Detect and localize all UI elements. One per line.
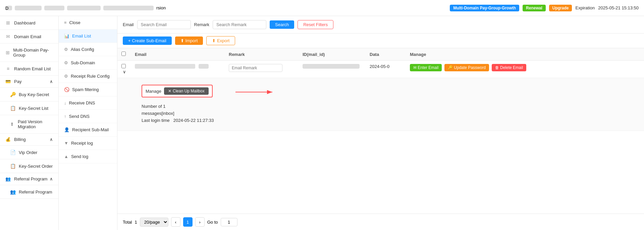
- migration-icon: ⬆: [10, 122, 14, 127]
- export-button[interactable]: ⬆ Export: [206, 36, 235, 45]
- sidebar-item-dashboard[interactable]: ⊞ Dashboard: [0, 16, 58, 30]
- sidebar-item-paid-migration[interactable]: ⬆ Paid Version Migration: [0, 115, 58, 134]
- badge-upgrade[interactable]: Upgrade: [549, 5, 572, 11]
- sidebar-item-buy-key[interactable]: 🔑 Buy Key-Secret: [0, 88, 58, 101]
- main-layout: ⊞ Dashboard ✉ Domain Email ⊞ Multi-Domai…: [0, 16, 644, 230]
- sec-sidebar-close[interactable]: ≡ Close: [59, 16, 117, 29]
- last-login-value: 2024-05-22 11:27:33: [173, 118, 214, 123]
- sidebar-item-key-secret-list[interactable]: 📋 Key-Secret List: [0, 101, 58, 115]
- chart-icon: 📊: [64, 33, 69, 39]
- email-table: Email Remark ID(mail_id) Data Manage: [117, 48, 644, 131]
- col-email: Email: [135, 52, 147, 57]
- billing-icon: 💰: [5, 137, 11, 142]
- sec-sidebar-recipient-sub-mail[interactable]: 👤 Recipient Sub-Mail: [59, 123, 117, 137]
- delete-icon: 🗑: [495, 65, 499, 70]
- table-wrapper: Email Remark ID(mail_id) Data Manage: [117, 48, 644, 214]
- remark-search-input[interactable]: [213, 20, 266, 29]
- goto-input[interactable]: [221, 218, 237, 226]
- sidebar-group-billing[interactable]: 💰 Billing ∧: [0, 134, 58, 146]
- col-data: Data: [370, 52, 379, 57]
- number-of-value: 1: [163, 104, 165, 109]
- sec-sidebar-label-recipient: Recipient Sub-Mail: [72, 127, 109, 132]
- cleanup-mailbox-button[interactable]: ✕ Clean Up Mailbox: [164, 87, 209, 95]
- sec-sidebar-label-receipt-rule: Receipt Rule Config: [71, 74, 110, 79]
- sidebar-item-vip-order[interactable]: 📄 Vip Order: [0, 146, 58, 159]
- sec-sidebar-receive-dns[interactable]: ↓ Receive DNS: [59, 96, 117, 110]
- sec-sidebar-label-close: Close: [69, 20, 80, 25]
- sec-sidebar-receipt-rule[interactable]: ⚙ Receipt Rule Config: [59, 70, 117, 83]
- update-password-button[interactable]: 🔑 Update Password: [444, 64, 489, 71]
- sidebar-item-multi-domain[interactable]: ⊞ Multi-Domain Pay-Group: [0, 44, 58, 62]
- sidebar-group-pay[interactable]: 💳 Pay ∧: [0, 76, 58, 88]
- row-id-blurred: [303, 64, 360, 69]
- sidebar-item-random-email[interactable]: ≡ Random Email List: [0, 62, 58, 76]
- sidebar-label-pay: Pay: [14, 79, 21, 84]
- top-header: D rsion Multi-Domain Pay-Group-Growth Re…: [0, 0, 644, 16]
- sidebar-group-referral[interactable]: 👥 Referral Program ∧: [0, 173, 58, 185]
- sec-sidebar-sub-domain[interactable]: ⚙ Sub-Domain: [59, 56, 117, 70]
- email-filter-label: Email: [123, 22, 134, 27]
- last-login-line: Last login time 2024-05-22 11:27:33: [142, 117, 635, 124]
- sec-sidebar-label-email-list: Email List: [72, 33, 91, 39]
- sidebar-item-referral-program[interactable]: 👥 Referral Program: [0, 185, 58, 199]
- red-arrow-indicator: [235, 89, 276, 96]
- table-row: ∨ 2024-05-0: [117, 61, 644, 78]
- sec-sidebar-spam[interactable]: 🚫 Spam filtering: [59, 83, 117, 96]
- last-login-label: Last login time: [142, 118, 170, 123]
- row-checkbox[interactable]: [121, 64, 126, 68]
- update-icon: 🔑: [448, 65, 453, 70]
- sec-sidebar-label-alias: Alias Config: [71, 47, 94, 52]
- page-size-select[interactable]: 20/page: [140, 218, 168, 227]
- send-dns-icon: ↑: [64, 114, 66, 119]
- search-button[interactable]: Search: [270, 20, 294, 29]
- sec-sidebar-email-list[interactable]: 📊 Email List: [59, 29, 117, 43]
- receipt-log-icon: ▼: [64, 141, 68, 146]
- alias-icon: ⚙: [64, 47, 68, 52]
- email-search-input[interactable]: [137, 20, 191, 29]
- spam-icon: 🚫: [64, 87, 69, 92]
- sec-sidebar-send-log[interactable]: ▲ Send log: [59, 150, 117, 163]
- sec-sidebar-alias-config[interactable]: ⚙ Alias Config: [59, 43, 117, 56]
- domain-blurred-2: [44, 6, 64, 10]
- goto-label: Go to: [207, 220, 218, 225]
- domain-blurred-4: [103, 6, 154, 10]
- manage-popup-label: Manage: [146, 89, 161, 94]
- row-remark-input[interactable]: [229, 64, 282, 72]
- import-button[interactable]: ⬆ Import: [175, 36, 203, 45]
- badge-renewal[interactable]: Renewal: [523, 5, 546, 11]
- sec-sidebar-label-spam: Spam filtering: [72, 87, 99, 92]
- select-all-checkbox[interactable]: [121, 52, 126, 56]
- referral-chevron-icon: ∧: [50, 176, 53, 181]
- secondary-sidebar: ≡ Close 📊 Email List ⚙ Alias Config ⚙ Su…: [59, 16, 117, 230]
- domain-info: D rsion: [5, 5, 446, 10]
- left-sidebar: ⊞ Dashboard ✉ Domain Email ⊞ Multi-Domai…: [0, 16, 59, 230]
- pagination-page-1-button[interactable]: 1: [183, 217, 193, 227]
- referral-prog-icon: 👥: [10, 189, 15, 195]
- sidebar-item-key-secret-order[interactable]: 📋 Key-Secret Order: [0, 159, 58, 173]
- sidebar-label-key-secret-order: Key-Secret Order: [19, 164, 53, 169]
- expiration-label: Expiration: [575, 5, 595, 10]
- sidebar-item-domain-email[interactable]: ✉ Domain Email: [0, 30, 58, 44]
- pagination-prev-button[interactable]: ‹: [171, 217, 180, 227]
- key-icon: 🔑: [10, 92, 15, 97]
- col-id: ID(mail_id): [303, 52, 325, 57]
- delete-email-button[interactable]: 🗑 Delete Email: [492, 64, 526, 71]
- enter-email-button[interactable]: ✉ Enter Email: [410, 64, 442, 71]
- sec-sidebar-send-dns[interactable]: ↑ Send DNS: [59, 110, 117, 123]
- reset-filters-button[interactable]: Reset Filters: [298, 20, 333, 29]
- sec-sidebar-receipt-log[interactable]: ▼ Receipt log: [59, 137, 117, 150]
- pagination-next-button[interactable]: ›: [195, 217, 205, 227]
- total-label: Total: [123, 220, 132, 225]
- remark-filter-label: Remark: [194, 22, 210, 27]
- sec-sidebar-label-receive-dns: Receive DNS: [69, 100, 95, 105]
- content-area: Email Remark Search Reset Filters + Crea…: [117, 16, 644, 230]
- recipient-icon: 👤: [64, 127, 69, 132]
- messages-inbox-label: messages[inbox]: [142, 111, 174, 116]
- referral-icon: 👥: [5, 176, 11, 181]
- create-sub-email-button[interactable]: + Create Sub-Email: [123, 36, 172, 45]
- domain-blurred-3: [67, 6, 101, 10]
- sec-sidebar-label-receipt-log: Receipt log: [71, 141, 93, 146]
- billing-chevron-icon: ∧: [50, 137, 53, 142]
- random-email-icon: ≡: [5, 66, 11, 71]
- expand-chevron-icon[interactable]: ∨: [123, 69, 126, 74]
